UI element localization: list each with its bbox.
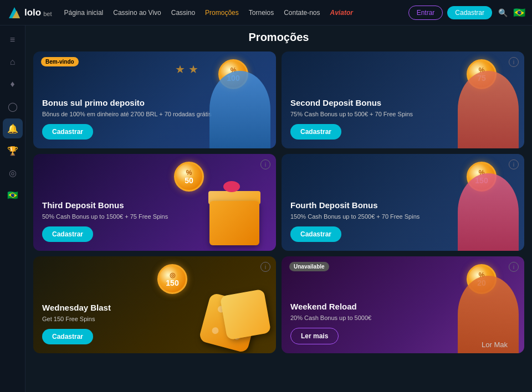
- sidebar-item-live[interactable]: ◯: [3, 96, 23, 116]
- sidebar-menu-toggle[interactable]: ≡: [3, 30, 23, 50]
- promo-char-4: [452, 165, 524, 251]
- promo-cadastrar-btn-1[interactable]: Cadastrar: [42, 124, 93, 140]
- main-content: Promoções Bem-vindo ★ ★ % 100 Bonus sul …: [25, 25, 532, 392]
- promo-card-2: i % 75 Second Deposit Bonus 75% Cash Bon…: [282, 51, 524, 148]
- promo-ler-mais-btn-6[interactable]: Ler mais: [290, 328, 339, 344]
- promo-gift-3: [204, 179, 265, 245]
- nav-right-actions: Entrar Cadastrar 🔍 🇧🇷: [408, 6, 525, 20]
- char-shape-1: [209, 71, 270, 148]
- lor-mak-text: Lor Mak: [482, 341, 508, 349]
- gift-bow: [223, 181, 240, 192]
- svg-point-5: [211, 327, 219, 335]
- promo-cadastrar-btn-4[interactable]: Cadastrar: [290, 226, 341, 242]
- char-shape-4: [458, 173, 519, 251]
- main-wrapper: ≡ ⌂ ♦ ◯ 🔔 🏆 ◎ 🇧🇷 Promoções Bem-vindo ★ ★…: [0, 25, 532, 392]
- deco-stars-1: ★ ★: [175, 63, 198, 76]
- promo-char-1: [204, 63, 276, 148]
- page-title: Promoções: [33, 31, 524, 44]
- nav-cassino[interactable]: Cassino: [167, 7, 200, 19]
- gift-body: [209, 201, 259, 245]
- promo-info-icon-3[interactable]: i: [260, 159, 270, 169]
- nav-links: Página inicial Cassino ao Vivo Cassino P…: [60, 7, 405, 19]
- promo-cadastrar-btn-2[interactable]: Cadastrar: [290, 124, 341, 140]
- nav-torneios[interactable]: Torneios: [244, 7, 278, 19]
- nav-pagina-inicial[interactable]: Página inicial: [60, 7, 108, 19]
- promo-card-5: i ◎ 150: [33, 256, 276, 353]
- nav-aviator[interactable]: Aviator: [326, 7, 357, 19]
- promo-grid: Bem-vindo ★ ★ % 100 Bonus sul primo depo…: [33, 51, 524, 353]
- logo[interactable]: lolo bet: [7, 5, 52, 20]
- coin-symbol-5: ◎: [170, 271, 175, 279]
- language-flag[interactable]: 🇧🇷: [513, 7, 525, 19]
- promo-card-3: i % 50 Third Deposit Bonus 50% Cash Bonu…: [33, 154, 276, 251]
- top-navigation: lolo bet Página inicial Cassino ao Vivo …: [0, 0, 532, 25]
- nav-contate-nos[interactable]: Contate-nos: [279, 7, 324, 19]
- coin-value-5: 150: [166, 279, 178, 287]
- sidebar-item-promotions[interactable]: 🔔: [3, 118, 23, 138]
- promo-char-2: [452, 63, 524, 148]
- promo-card-4: i % 150 Fourth Deposit Bonus 150% Cash B…: [282, 154, 524, 251]
- nav-promocoes[interactable]: Promoções: [201, 7, 243, 19]
- char-shape-2: [458, 71, 519, 148]
- promo-card-1: Bem-vindo ★ ★ % 100 Bonus sul primo depo…: [33, 51, 276, 148]
- promo-card-6: Unavailable i % 20 Weekend Reload 20% Ca…: [282, 256, 524, 353]
- cadastrar-nav-button[interactable]: Cadastrar: [447, 6, 492, 19]
- sidebar-item-missions[interactable]: ◎: [3, 163, 23, 183]
- coin-value-3: 50: [185, 177, 193, 184]
- coin-symbol-3: %: [186, 169, 192, 177]
- search-icon[interactable]: 🔍: [497, 7, 509, 19]
- promo-cadastrar-btn-5[interactable]: Cadastrar: [42, 329, 93, 344]
- promo-badge-6: Unavailable: [289, 262, 329, 271]
- logo-bet: bet: [43, 11, 52, 17]
- sidebar-item-language[interactable]: 🇧🇷: [3, 185, 23, 205]
- promo-coin-5: ◎ 150: [157, 264, 187, 294]
- promo-cadastrar-btn-3[interactable]: Cadastrar: [42, 226, 93, 242]
- sidebar: ≡ ⌂ ♦ ◯ 🔔 🏆 ◎ 🇧🇷: [0, 25, 25, 392]
- promo-dice-5: [187, 267, 270, 353]
- sidebar-item-tournaments[interactable]: 🏆: [3, 141, 23, 161]
- entrar-button[interactable]: Entrar: [408, 6, 443, 20]
- sidebar-item-casino[interactable]: ♦: [3, 74, 23, 94]
- promo-badge-1: Bem-vindo: [41, 57, 79, 66]
- logo-text: lolo: [24, 7, 41, 18]
- promo-coin-3: % 50: [174, 162, 204, 192]
- dice-2: [220, 289, 272, 341]
- nav-cassino-vivo[interactable]: Cassino ao Vivo: [109, 7, 166, 19]
- sidebar-item-home[interactable]: ⌂: [3, 52, 23, 72]
